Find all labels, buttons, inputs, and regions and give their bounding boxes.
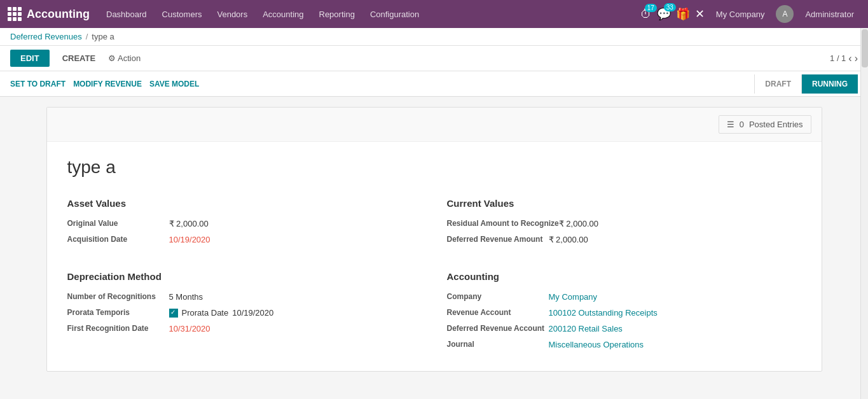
first-recognition-label: First Recognition Date [67,324,169,333]
scroll-thumb[interactable] [862,29,868,67]
first-recognition-date: 10/31/2020 [169,324,210,333]
residual-value: ₹ 2,000.00 [559,219,598,228]
journal-label: Journal [447,340,549,349]
prorata-text: Prorata Date [182,308,229,318]
set-to-draft-button[interactable]: SET TO DRAFT [10,71,73,96]
asset-values-section: Asset Values Original Value ₹ 2,000.00 A… [67,198,422,251]
posted-entries-button[interactable]: ☰ 0 Posted Entries [719,115,811,134]
record-title: type a [67,157,801,178]
nav-right: ⏱ 17 💬 33 🎁 ✕ My Company A Administrator [640,5,860,23]
company-value[interactable]: My Company [549,292,598,302]
prorata-row: Prorata Temporis Prorata Date 10/19/2020 [67,308,422,318]
grid-menu-icon[interactable] [8,7,22,21]
prorata-checkbox[interactable] [169,309,178,318]
original-value-label: Original Value [67,219,169,228]
deferred-amount-value: ₹ 2,000.00 [549,235,588,244]
acquisition-date: 10/19/2020 [169,235,210,244]
list-icon: ☰ [727,120,734,129]
nav-dashboard[interactable]: Dashboard [100,6,153,23]
top-sections: Asset Values Original Value ₹ 2,000.00 A… [67,198,801,251]
num-recognitions-row: Number of Recognitions 5 Months [67,292,422,302]
prorata-date: 10/19/2020 [232,308,273,318]
timer-badge[interactable]: ⏱ 17 [640,8,652,21]
asset-values-title: Asset Values [67,198,422,209]
revenue-account-label: Revenue Account [447,308,549,317]
accounting-title: Accounting [447,271,801,282]
current-values-section: Current Values Residual Amount to Recogn… [447,198,801,251]
nav-reporting[interactable]: Reporting [313,6,361,23]
journal-row: Journal Miscellaneous Operations [447,340,801,349]
breadcrumb-parent[interactable]: Deferred Revenues [10,32,82,41]
deferred-amount-row: Deferred Revenue Amount ₹ 2,000.00 [447,235,801,244]
nav-vendors[interactable]: Vendors [210,6,254,23]
nav-links: Dashboard Customers Vendors Accounting R… [100,6,635,23]
deferred-revenue-account-row: Deferred Revenue Account 200120 Retail S… [447,324,801,333]
num-recognitions-value: 5 Months [169,292,203,302]
revenue-account-value[interactable]: 100102 Outstanding Receipts [549,308,658,318]
breadcrumb-separator: / [86,32,88,41]
posted-entries-label: Posted Entries [749,120,803,129]
journal-value[interactable]: Miscellaneous Operations [549,340,644,349]
revenue-account-row: Revenue Account 100102 Outstanding Recei… [447,308,801,318]
company-label: Company [447,292,549,301]
main-content: ☰ 0 Posted Entries type a Asset Values O… [0,107,868,372]
acquisition-date-label: Acquisition Date [67,235,169,244]
avatar[interactable]: A [776,5,794,23]
user-name[interactable]: Administrator [799,6,860,23]
status-draft[interactable]: DRAFT [754,74,801,94]
close-icon[interactable]: ✕ [695,7,705,21]
current-values-title: Current Values [447,198,801,209]
prorata-value: Prorata Date 10/19/2020 [169,308,274,318]
original-value: ₹ 2,000.00 [169,219,209,228]
company-name[interactable]: My Company [710,6,771,23]
accounting-section: Accounting Company My Company Revenue Ac… [447,271,801,356]
deferred-revenue-account-value[interactable]: 200120 Retail Sales [549,324,623,333]
prev-button[interactable]: ‹ [848,53,851,64]
action-bar: EDIT CREATE ⚙ Action 1 / 1 ‹ › [0,46,868,71]
posted-entries-count: 0 [740,120,744,129]
edit-button[interactable]: EDIT [10,50,50,67]
action-button[interactable]: ⚙ Action [108,53,141,63]
num-recognitions-label: Number of Recognitions [67,292,169,301]
status-bar: DRAFT RUNNING [754,74,858,94]
form-body: type a Asset Values Original Value ₹ 2,0… [47,142,822,371]
breadcrumb: Deferred Revenues / type a [0,28,868,46]
pagination: 1 / 1 ‹ › [830,53,858,64]
form-header: ☰ 0 Posted Entries [47,108,822,142]
app-title: Accounting [27,8,90,21]
deferred-amount-label: Deferred Revenue Amount [447,235,549,244]
notifications-badge[interactable]: 💬 33 [657,7,671,21]
prorata-checkbox-container: Prorata Date 10/19/2020 [169,308,274,318]
scrollbar[interactable] [860,28,868,382]
residual-label: Residual Amount to Recognize [447,219,559,228]
nav-accounting[interactable]: Accounting [256,6,310,23]
next-button[interactable]: › [855,53,858,64]
modify-revenue-button[interactable]: MODIFY REVENUE [73,71,149,96]
save-model-button[interactable]: SAVE MODEL [149,71,207,96]
company-row: Company My Company [447,292,801,302]
pagination-count: 1 / 1 [830,53,846,63]
deferred-revenue-account-label: Deferred Revenue Account [447,324,549,333]
residual-row: Residual Amount to Recognize ₹ 2,000.00 [447,219,801,228]
depreciation-method-title: Depreciation Method [67,271,422,282]
nav-customers[interactable]: Customers [156,6,209,23]
form-container: ☰ 0 Posted Entries type a Asset Values O… [46,107,822,372]
first-recognition-row: First Recognition Date 10/31/2020 [67,324,422,333]
prorata-label: Prorata Temporis [67,308,169,317]
acquisition-date-row: Acquisition Date 10/19/2020 [67,235,422,244]
create-button[interactable]: CREATE [55,50,103,67]
navbar: Accounting Dashboard Customers Vendors A… [0,0,868,28]
status-running[interactable]: RUNNING [801,74,858,94]
nav-configuration[interactable]: Configuration [364,6,425,23]
breadcrumb-current: type a [92,32,114,41]
gift-icon[interactable]: 🎁 [676,7,690,21]
sub-action-bar: SET TO DRAFT MODIFY REVENUE SAVE MODEL D… [0,71,868,97]
bottom-sections: Depreciation Method Number of Recognitio… [67,271,801,356]
original-value-row: Original Value ₹ 2,000.00 [67,219,422,228]
depreciation-method-section: Depreciation Method Number of Recognitio… [67,271,422,356]
